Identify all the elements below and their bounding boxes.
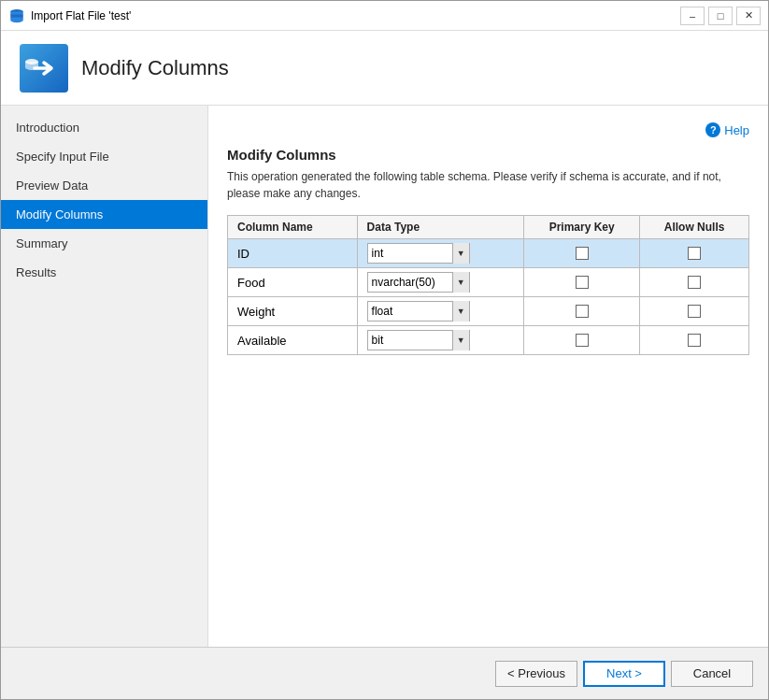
cell-allow-nulls[interactable] [640,297,749,326]
previous-button[interactable]: < Previous [495,661,577,687]
page-title: Modify Columns [81,56,229,80]
primary-key-checkbox[interactable] [576,334,589,347]
header-icon [20,44,68,93]
sidebar-item-modify-columns[interactable]: Modify Columns [1,200,207,229]
cell-column-name: ID [228,239,358,268]
sidebar-item-specify-input-file[interactable]: Specify Input File [1,142,207,171]
table-row[interactable]: Food nvarchar(50) ▼ [228,268,749,297]
header-area: Modify Columns [1,31,768,106]
section-title: Modify Columns [227,147,749,163]
primary-key-checkbox[interactable] [576,247,589,260]
primary-key-checkbox[interactable] [576,305,589,318]
app-icon [8,7,25,24]
datatype-dropdown-icon[interactable]: ▼ [452,243,469,264]
close-button[interactable]: ✕ [736,7,761,25]
datatype-value: int [368,247,452,260]
datatype-select[interactable]: nvarchar(50) ▼ [367,272,470,293]
cell-data-type[interactable]: bit ▼ [357,326,524,355]
allow-nulls-checkbox[interactable] [688,247,701,260]
help-link[interactable]: ? Help [705,122,749,137]
cell-data-type[interactable]: float ▼ [357,297,524,326]
cancel-button[interactable]: Cancel [671,661,753,687]
sidebar-item-summary[interactable]: Summary [1,229,207,258]
maximize-button[interactable]: □ [708,7,733,25]
main-inner: ? Help Modify Columns This operation gen… [208,106,768,647]
minimize-button[interactable]: – [680,7,705,25]
columns-table: Column Name Data Type Primary Key Allow … [227,215,749,355]
table-row[interactable]: Weight float ▼ [228,297,749,326]
footer-area: < Previous Next > Cancel [1,647,768,699]
datatype-value: nvarchar(50) [368,276,452,289]
cell-allow-nulls[interactable] [640,268,749,297]
col-header-name: Column Name [228,216,358,239]
datatype-dropdown-icon[interactable]: ▼ [452,330,469,350]
cell-primary-key[interactable] [524,239,640,268]
help-label: Help [724,123,749,137]
primary-key-checkbox[interactable] [576,276,589,289]
content-area: Introduction Specify Input File Preview … [1,106,768,647]
sidebar-item-introduction[interactable]: Introduction [1,113,207,142]
cell-primary-key[interactable] [524,268,640,297]
datatype-dropdown-icon[interactable]: ▼ [452,272,469,293]
allow-nulls-checkbox[interactable] [688,276,701,289]
main-window: Import Flat File 'test' – □ ✕ Modify Col… [0,0,769,700]
col-header-type: Data Type [357,216,524,239]
datatype-select[interactable]: float ▼ [367,301,470,321]
col-header-pk: Primary Key [524,216,640,239]
allow-nulls-checkbox[interactable] [688,334,701,347]
section-desc: This operation generated the following t… [227,168,749,202]
allow-nulls-checkbox[interactable] [688,305,701,318]
sidebar-item-preview-data[interactable]: Preview Data [1,171,207,200]
sidebar: Introduction Specify Input File Preview … [1,106,208,647]
cell-column-name: Weight [228,297,358,326]
cell-data-type[interactable]: int ▼ [357,239,524,268]
table-row[interactable]: Available bit ▼ [228,326,749,355]
cell-primary-key[interactable] [524,326,640,355]
sidebar-item-results[interactable]: Results [1,258,207,287]
cell-allow-nulls[interactable] [640,239,749,268]
datatype-select[interactable]: bit ▼ [367,330,470,350]
cell-column-name: Food [228,268,358,297]
help-row: ? Help [227,122,749,137]
cell-column-name: Available [228,326,358,355]
window-title: Import Flat File 'test' [31,9,680,22]
title-bar: Import Flat File 'test' – □ ✕ [1,1,768,31]
cell-primary-key[interactable] [524,297,640,326]
datatype-value: float [368,305,452,318]
datatype-select[interactable]: int ▼ [367,243,470,264]
next-button[interactable]: Next > [583,661,665,687]
window-controls: – □ ✕ [680,7,761,25]
table-row[interactable]: ID int ▼ [228,239,749,268]
datatype-dropdown-icon[interactable]: ▼ [452,301,469,321]
datatype-value: bit [368,334,452,347]
main-content: ? Help Modify Columns This operation gen… [208,106,768,647]
cell-data-type[interactable]: nvarchar(50) ▼ [357,268,524,297]
cell-allow-nulls[interactable] [640,326,749,355]
col-header-nulls: Allow Nulls [640,216,749,239]
help-icon: ? [705,122,720,137]
